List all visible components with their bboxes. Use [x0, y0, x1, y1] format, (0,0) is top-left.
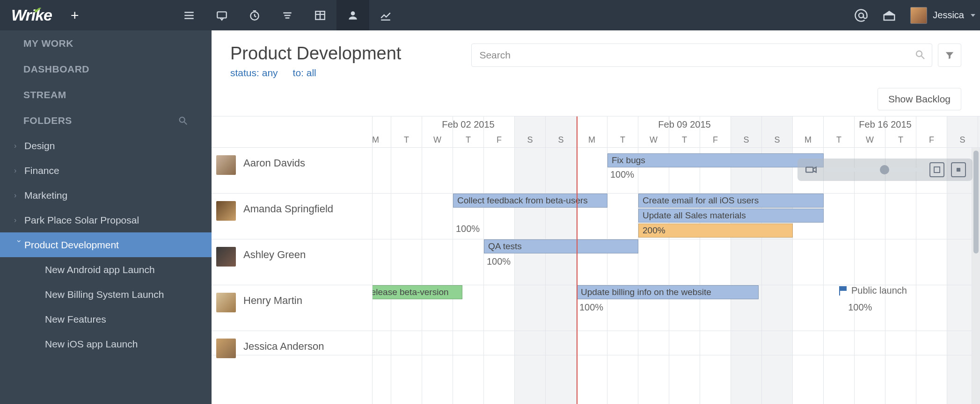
svg-line-18	[921, 56, 924, 59]
task-bar[interactable]: 200%	[638, 224, 793, 238]
svg-point-13	[859, 13, 863, 18]
folder-marketing[interactable]: ›Marketing	[0, 183, 212, 208]
person-row[interactable]: Henry Martin	[212, 285, 372, 331]
camera-icon[interactable]	[804, 163, 818, 177]
inbox-icon[interactable]	[882, 8, 896, 22]
recorder-slider[interactable]	[825, 168, 923, 172]
add-button[interactable]: +	[71, 7, 79, 23]
folder-label: Park Place Solar Proposal	[24, 215, 139, 226]
table-view-icon[interactable]	[304, 0, 336, 30]
filter-button[interactable]	[938, 43, 961, 67]
day-header: F	[484, 132, 515, 148]
week-header: Feb 09 2015	[577, 116, 793, 132]
folder-label: Design	[24, 140, 55, 152]
day-header: T	[885, 132, 916, 148]
search-icon[interactable]	[914, 49, 926, 60]
sidebar-stream[interactable]: STREAM	[0, 82, 212, 108]
sidebar: MY WORK DASHBOARD STREAM FOLDERS ›Design…	[0, 30, 212, 404]
day-header: W	[422, 132, 453, 148]
load-percentage: 100%	[487, 256, 511, 267]
task-bar[interactable]: QA tests	[484, 239, 638, 253]
folder-product-development[interactable]: ›Product Development	[0, 232, 212, 257]
gantt-row: Release beta-versionUpdate billing info …	[373, 285, 980, 331]
analytics-view-icon[interactable]	[369, 0, 402, 30]
gantt-row	[373, 331, 980, 355]
person-row[interactable]: Aaron Davids	[212, 148, 372, 194]
sidebar-my-work[interactable]: MY WORK	[0, 30, 212, 56]
svg-rect-21	[957, 168, 960, 172]
load-percentage: 100%	[456, 224, 480, 234]
folder-label: Product Development	[24, 239, 119, 251]
person-row[interactable]: Amanda Springfield	[212, 194, 372, 239]
task-bar[interactable]: Update billing info on the website	[577, 285, 759, 299]
svg-rect-20	[934, 167, 940, 173]
day-header: S	[515, 132, 546, 148]
load-percentage: 100%	[579, 302, 603, 313]
day-header: T	[824, 132, 855, 148]
person-row[interactable]: Jessica Anderson	[212, 331, 372, 355]
load-percentage: 100%	[848, 302, 872, 313]
subfolder-billing-launch[interactable]: New Billing System Launch	[0, 282, 212, 307]
day-header: W	[638, 132, 669, 148]
sidebar-folders-header[interactable]: FOLDERS	[0, 108, 212, 133]
folder-list: ›Design ›Finance ›Marketing ›Park Place …	[0, 133, 212, 361]
week-header: Feb 16 2015	[793, 116, 978, 132]
folder-design[interactable]: ›Design	[0, 133, 212, 158]
gantt-row: QA tests100%	[373, 239, 980, 285]
gantt-timeline[interactable]: Feb 02 2015MTWTFSSFeb 09 2015MTWTFSSFeb …	[373, 116, 980, 404]
main-panel: Product Development status: any to: all	[212, 30, 980, 404]
person-name: Amanda Springfield	[243, 200, 333, 215]
topbar: Wrike✔ + Jessica	[0, 0, 980, 30]
milestone[interactable]: Public launch	[839, 285, 907, 296]
sidebar-dashboard[interactable]: DASHBOARD	[0, 56, 212, 82]
person-avatar	[216, 155, 236, 175]
person-row[interactable]: Ashley Green	[212, 239, 372, 285]
user-menu[interactable]: Jessica	[910, 7, 975, 24]
wrike-logo[interactable]: Wrike✔	[11, 6, 52, 24]
task-bar[interactable]: Update all Sales materials	[638, 209, 824, 223]
task-bar[interactable]: Create email for all iOS users	[638, 194, 824, 208]
day-header: T	[607, 132, 638, 148]
task-bar[interactable]: Collect feedback from beta-users	[453, 194, 607, 208]
chat-view-icon[interactable]	[205, 0, 238, 30]
subfolder-ios-launch[interactable]: New iOS app Launch	[0, 332, 212, 356]
workload-view-icon[interactable]	[336, 0, 369, 30]
person-avatar	[216, 247, 236, 267]
day-header: S	[546, 132, 577, 148]
mentions-icon[interactable]	[854, 8, 868, 22]
search-folders-icon[interactable]	[178, 115, 188, 126]
search-input[interactable]	[471, 43, 932, 67]
board-view-icon[interactable]	[271, 0, 304, 30]
status-filter[interactable]: status: any	[230, 67, 278, 79]
week-header: Feb 02 2015	[373, 116, 577, 132]
list-view-icon[interactable]	[173, 0, 205, 30]
assignee-filter[interactable]: to: all	[293, 67, 316, 79]
day-header: F	[700, 132, 731, 148]
day-header: S	[947, 132, 978, 148]
timelog-view-icon[interactable]	[238, 0, 271, 30]
svg-line-16	[184, 122, 187, 124]
show-backlog-button[interactable]: Show Backlog	[878, 88, 961, 110]
subfolder-new-features[interactable]: New Features	[0, 307, 212, 332]
folder-park-place[interactable]: ›Park Place Solar Proposal	[0, 208, 212, 232]
svg-point-15	[180, 117, 185, 122]
flag-icon	[839, 286, 848, 296]
stop-icon[interactable]	[951, 162, 966, 177]
chevron-down-icon	[971, 14, 975, 17]
folder-finance[interactable]: ›Finance	[0, 158, 212, 183]
day-header: W	[855, 132, 885, 148]
vertical-scrollbar[interactable]	[972, 148, 980, 404]
task-bar[interactable]: Release beta-version	[373, 285, 462, 299]
svg-rect-3	[217, 12, 227, 18]
user-avatar	[910, 7, 927, 24]
load-percentage: 100%	[610, 169, 634, 180]
fullscreen-icon[interactable]	[929, 162, 944, 177]
day-header: M	[577, 132, 607, 148]
svg-point-17	[916, 51, 922, 57]
subfolder-android-launch[interactable]: New Android app Launch	[0, 257, 212, 282]
day-header: M	[793, 132, 824, 148]
day-header: S	[762, 132, 793, 148]
milestone-label: Public launch	[851, 285, 907, 296]
task-bar[interactable]: Fix bugs	[607, 153, 824, 167]
day-header: F	[916, 132, 947, 148]
